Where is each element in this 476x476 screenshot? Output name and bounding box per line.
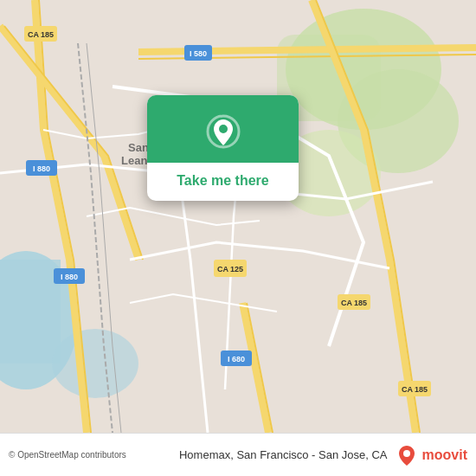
svg-text:CA 185: CA 185 bbox=[402, 385, 428, 394]
svg-rect-6 bbox=[0, 260, 61, 363]
popup-body: Take me there bbox=[163, 163, 282, 201]
take-me-there-button[interactable]: Take me there bbox=[177, 173, 268, 189]
svg-text:CA 125: CA 125 bbox=[217, 265, 243, 273]
svg-text:CA 185: CA 185 bbox=[341, 299, 367, 307]
svg-text:I 680: I 680 bbox=[228, 355, 245, 363]
map-container: CA 125 I 580 CA 185 I 880 I 880 I 680 CA… bbox=[0, 0, 476, 433]
svg-text:San: San bbox=[128, 141, 149, 154]
svg-point-7 bbox=[52, 329, 138, 398]
popup-card: Take me there bbox=[147, 95, 299, 201]
location-pin-icon bbox=[204, 113, 242, 151]
app-title: Homemax, San Francisco - San Jose, CA bbox=[179, 448, 388, 461]
svg-text:CA 185: CA 185 bbox=[28, 30, 54, 39]
map-copyright: © OpenStreetMap contributors bbox=[9, 450, 172, 460]
map-background: CA 125 I 580 CA 185 I 880 I 880 I 680 CA… bbox=[0, 0, 476, 433]
svg-text:I 880: I 880 bbox=[33, 164, 50, 173]
popup-header bbox=[147, 95, 299, 163]
bottom-bar: © OpenStreetMap contributors Homemax, Sa… bbox=[0, 433, 476, 476]
svg-point-27 bbox=[219, 125, 228, 133]
svg-text:I 580: I 580 bbox=[190, 49, 207, 58]
moovit-brand-name: moovit bbox=[422, 447, 467, 463]
svg-point-28 bbox=[403, 450, 410, 457]
moovit-logo: moovit bbox=[395, 443, 467, 467]
svg-text:I 880: I 880 bbox=[61, 273, 78, 281]
moovit-brand-icon bbox=[395, 443, 419, 467]
